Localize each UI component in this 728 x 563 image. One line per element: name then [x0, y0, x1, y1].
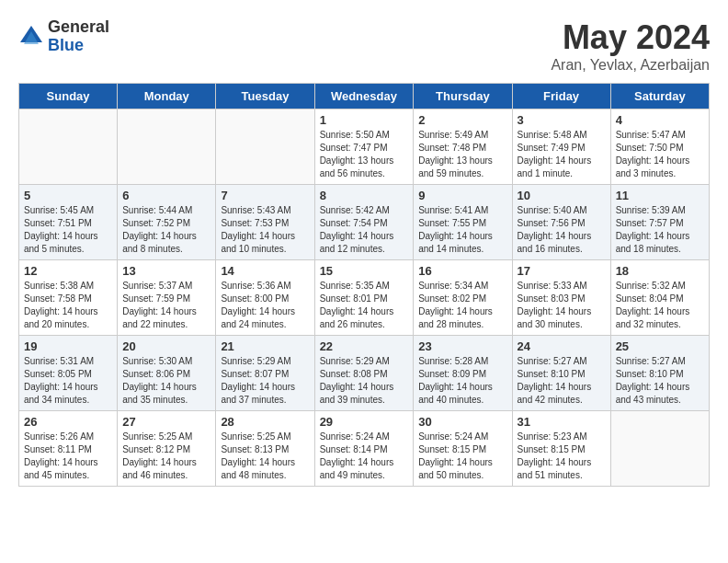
day-number: 6	[122, 189, 210, 202]
day-info: Sunrise: 5:32 AMSunset: 8:04 PMDaylight:…	[616, 280, 704, 331]
calendar-cell: 17Sunrise: 5:33 AMSunset: 8:03 PMDayligh…	[512, 260, 610, 336]
calendar-cell: 29Sunrise: 5:24 AMSunset: 8:14 PMDayligh…	[314, 411, 414, 487]
day-number: 2	[418, 113, 506, 127]
day-info: Sunrise: 5:25 AMSunset: 8:13 PMDaylight:…	[221, 431, 309, 482]
calendar-cell: 14Sunrise: 5:36 AMSunset: 8:00 PMDayligh…	[216, 260, 314, 336]
calendar-cell: 9Sunrise: 5:41 AMSunset: 7:55 PMDaylight…	[414, 185, 512, 260]
day-info: Sunrise: 5:39 AMSunset: 7:57 PMDaylight:…	[616, 204, 704, 256]
col-thursday: Thursday	[414, 84, 512, 109]
calendar-cell: 6Sunrise: 5:44 AMSunset: 7:52 PMDaylight…	[118, 185, 216, 260]
day-info: Sunrise: 5:48 AMSunset: 7:49 PMDaylight:…	[518, 129, 606, 180]
calendar-week-row-2: 5Sunrise: 5:45 AMSunset: 7:51 PMDaylight…	[19, 185, 710, 260]
calendar-cell: 16Sunrise: 5:34 AMSunset: 8:02 PMDayligh…	[414, 260, 512, 336]
day-number: 18	[616, 264, 704, 278]
calendar-cell: 13Sunrise: 5:37 AMSunset: 7:59 PMDayligh…	[118, 260, 216, 336]
calendar-cell: 10Sunrise: 5:40 AMSunset: 7:56 PMDayligh…	[512, 185, 610, 260]
logo-icon	[18, 24, 44, 50]
calendar-cell: 26Sunrise: 5:26 AMSunset: 8:11 PMDayligh…	[19, 411, 118, 487]
day-info: Sunrise: 5:38 AMSunset: 7:58 PMDaylight:…	[24, 280, 112, 331]
day-number: 23	[418, 339, 506, 353]
day-info: Sunrise: 5:30 AMSunset: 8:06 PMDaylight:…	[122, 355, 210, 407]
calendar-cell: 25Sunrise: 5:27 AMSunset: 8:10 PMDayligh…	[610, 336, 709, 411]
calendar-cell	[610, 411, 709, 487]
calendar-week-row-4: 19Sunrise: 5:31 AMSunset: 8:05 PMDayligh…	[19, 336, 710, 411]
calendar-cell: 12Sunrise: 5:38 AMSunset: 7:58 PMDayligh…	[19, 260, 118, 336]
page-container: General Blue May 2024 Aran, Yevlax, Azer…	[18, 18, 710, 487]
calendar-cell: 21Sunrise: 5:29 AMSunset: 8:07 PMDayligh…	[216, 336, 314, 411]
calendar-cell: 18Sunrise: 5:32 AMSunset: 8:04 PMDayligh…	[610, 260, 709, 336]
logo-text: General Blue	[48, 18, 109, 55]
day-info: Sunrise: 5:28 AMSunset: 8:09 PMDaylight:…	[418, 355, 506, 407]
calendar-cell: 1Sunrise: 5:50 AMSunset: 7:47 PMDaylight…	[314, 109, 414, 185]
day-info: Sunrise: 5:26 AMSunset: 8:11 PMDaylight:…	[24, 431, 112, 482]
day-number: 14	[221, 264, 309, 278]
col-monday: Monday	[118, 84, 216, 109]
day-info: Sunrise: 5:41 AMSunset: 7:55 PMDaylight:…	[418, 204, 506, 256]
calendar-cell: 19Sunrise: 5:31 AMSunset: 8:05 PMDayligh…	[19, 336, 118, 411]
day-number: 1	[320, 113, 409, 127]
day-info: Sunrise: 5:27 AMSunset: 8:10 PMDaylight:…	[518, 355, 606, 407]
day-info: Sunrise: 5:34 AMSunset: 8:02 PMDaylight:…	[418, 280, 506, 331]
day-info: Sunrise: 5:37 AMSunset: 7:59 PMDaylight:…	[122, 280, 210, 331]
month-year: May 2024	[551, 18, 710, 57]
calendar-cell: 31Sunrise: 5:23 AMSunset: 8:15 PMDayligh…	[512, 411, 610, 487]
col-saturday: Saturday	[610, 84, 709, 109]
calendar-week-row-1: 1Sunrise: 5:50 AMSunset: 7:47 PMDaylight…	[19, 109, 710, 185]
day-info: Sunrise: 5:35 AMSunset: 8:01 PMDaylight:…	[320, 280, 409, 331]
location: Aran, Yevlax, Azerbaijan	[551, 57, 710, 74]
calendar-cell: 22Sunrise: 5:29 AMSunset: 8:08 PMDayligh…	[314, 336, 414, 411]
day-number: 12	[24, 264, 112, 278]
title-block: May 2024 Aran, Yevlax, Azerbaijan	[551, 18, 710, 74]
logo-blue: Blue	[48, 37, 109, 55]
header: General Blue May 2024 Aran, Yevlax, Azer…	[18, 18, 710, 74]
day-number: 30	[418, 415, 506, 429]
calendar-week-row-5: 26Sunrise: 5:26 AMSunset: 8:11 PMDayligh…	[19, 411, 710, 487]
day-info: Sunrise: 5:24 AMSunset: 8:14 PMDaylight:…	[320, 431, 409, 482]
col-friday: Friday	[512, 84, 610, 109]
col-wednesday: Wednesday	[314, 84, 414, 109]
day-number: 4	[616, 113, 704, 127]
day-number: 25	[616, 339, 704, 353]
calendar-header-row: Sunday Monday Tuesday Wednesday Thursday…	[19, 84, 710, 109]
day-number: 7	[221, 189, 309, 202]
day-info: Sunrise: 5:45 AMSunset: 7:51 PMDaylight:…	[24, 204, 112, 256]
calendar-cell: 30Sunrise: 5:24 AMSunset: 8:15 PMDayligh…	[414, 411, 512, 487]
day-info: Sunrise: 5:43 AMSunset: 7:53 PMDaylight:…	[221, 204, 309, 256]
calendar-cell: 27Sunrise: 5:25 AMSunset: 8:12 PMDayligh…	[118, 411, 216, 487]
day-info: Sunrise: 5:27 AMSunset: 8:10 PMDaylight:…	[616, 355, 704, 407]
day-info: Sunrise: 5:24 AMSunset: 8:15 PMDaylight:…	[418, 431, 506, 482]
calendar-cell: 4Sunrise: 5:47 AMSunset: 7:50 PMDaylight…	[610, 109, 709, 185]
day-number: 24	[518, 339, 606, 353]
day-info: Sunrise: 5:31 AMSunset: 8:05 PMDaylight:…	[24, 355, 112, 407]
day-info: Sunrise: 5:36 AMSunset: 8:00 PMDaylight:…	[221, 280, 309, 331]
day-number: 5	[24, 189, 112, 202]
day-number: 11	[616, 189, 704, 202]
col-tuesday: Tuesday	[216, 84, 314, 109]
calendar-cell	[19, 109, 118, 185]
day-info: Sunrise: 5:23 AMSunset: 8:15 PMDaylight:…	[518, 431, 606, 482]
day-info: Sunrise: 5:33 AMSunset: 8:03 PMDaylight:…	[518, 280, 606, 331]
calendar-cell: 3Sunrise: 5:48 AMSunset: 7:49 PMDaylight…	[512, 109, 610, 185]
day-number: 28	[221, 415, 309, 429]
calendar-cell: 15Sunrise: 5:35 AMSunset: 8:01 PMDayligh…	[314, 260, 414, 336]
day-number: 27	[122, 415, 210, 429]
calendar-cell: 24Sunrise: 5:27 AMSunset: 8:10 PMDayligh…	[512, 336, 610, 411]
day-number: 17	[518, 264, 606, 278]
calendar-cell: 20Sunrise: 5:30 AMSunset: 8:06 PMDayligh…	[118, 336, 216, 411]
day-number: 22	[320, 339, 409, 353]
calendar-cell: 11Sunrise: 5:39 AMSunset: 7:57 PMDayligh…	[610, 185, 709, 260]
calendar-cell: 7Sunrise: 5:43 AMSunset: 7:53 PMDaylight…	[216, 185, 314, 260]
calendar-cell	[216, 109, 314, 185]
calendar-cell: 8Sunrise: 5:42 AMSunset: 7:54 PMDaylight…	[314, 185, 414, 260]
calendar-cell: 28Sunrise: 5:25 AMSunset: 8:13 PMDayligh…	[216, 411, 314, 487]
calendar-cell: 2Sunrise: 5:49 AMSunset: 7:48 PMDaylight…	[414, 109, 512, 185]
day-info: Sunrise: 5:49 AMSunset: 7:48 PMDaylight:…	[418, 129, 506, 180]
day-number: 13	[122, 264, 210, 278]
col-sunday: Sunday	[19, 84, 118, 109]
calendar-cell: 5Sunrise: 5:45 AMSunset: 7:51 PMDaylight…	[19, 185, 118, 260]
logo-general: General	[48, 18, 109, 37]
day-number: 21	[221, 339, 309, 353]
calendar-cell: 23Sunrise: 5:28 AMSunset: 8:09 PMDayligh…	[414, 336, 512, 411]
day-number: 20	[122, 339, 210, 353]
day-number: 16	[418, 264, 506, 278]
